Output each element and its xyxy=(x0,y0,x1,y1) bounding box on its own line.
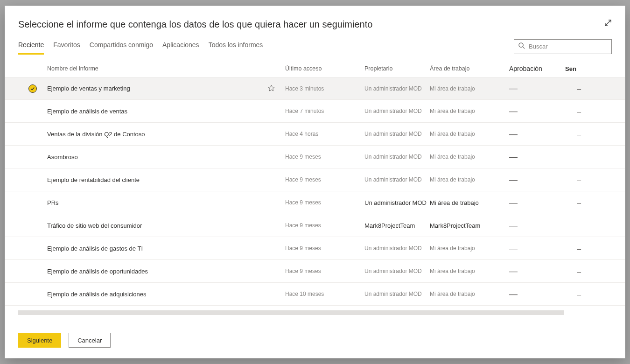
owner-cell: Un administrador MOD xyxy=(364,176,430,183)
search-input[interactable] xyxy=(529,43,608,50)
search-icon xyxy=(518,42,525,51)
checkmark-icon xyxy=(28,84,37,93)
report-name: Ejemplo de análisis de ventas xyxy=(47,108,127,115)
dialog-header: Seleccione el informe que contenga los d… xyxy=(5,6,625,30)
table-row[interactable]: Ejemplo de análisis de oportunidadesHace… xyxy=(5,260,625,283)
last-access-cell: Hace 9 meses xyxy=(285,199,364,206)
owner-cell: Un administrador MOD xyxy=(364,245,430,252)
approval-cell: — xyxy=(509,221,565,231)
workspace-cell: Mi área de trabajo xyxy=(430,291,509,297)
last-access-cell: Hace 9 meses xyxy=(285,245,364,252)
tab-favoritos[interactable]: Favoritos xyxy=(53,38,80,55)
workspace-cell: Mark8ProjectTeam xyxy=(430,222,509,229)
dialog-title: Seleccione el informe que contenga los d… xyxy=(18,19,612,30)
report-name-cell: Ejemplo de rentabilidad del cliente xyxy=(47,176,285,183)
workspace-cell: Mi área de trabajo xyxy=(430,199,509,206)
report-name-cell: Ejemplo de ventas y marketing xyxy=(47,84,285,93)
sensitivity-cell: – xyxy=(565,290,593,298)
workspace-cell: Mi área de trabajo xyxy=(430,268,509,274)
sensitivity-cell: – xyxy=(565,199,593,207)
tab-aplicaciones[interactable]: Aplicaciones xyxy=(162,38,199,55)
owner-cell: Un administrador MOD xyxy=(364,154,430,160)
horizontal-scrollbar[interactable] xyxy=(18,309,612,316)
owner-cell: Un administrador MOD xyxy=(364,108,430,114)
table-header: Nombre del informe Último acceso Propiet… xyxy=(5,60,625,77)
owner-cell: Un administrador MOD xyxy=(364,131,430,137)
table-row[interactable]: PRsHace 9 mesesUn administrador MODMi ár… xyxy=(5,191,625,214)
last-access-cell: Hace 7 minutos xyxy=(285,108,364,114)
table-row[interactable]: Ventas de la división Q2 de ContosoHace … xyxy=(5,123,625,146)
favorite-star-icon[interactable] xyxy=(268,84,275,93)
last-access-cell: Hace 10 meses xyxy=(285,291,364,297)
maximize-icon[interactable] xyxy=(602,17,614,28)
last-access-cell: Hace 4 horas xyxy=(285,131,364,137)
sensitivity-cell: – xyxy=(565,107,593,115)
last-access-cell: Hace 9 meses xyxy=(285,222,364,229)
tabs: RecienteFavoritosCompartidos conmigoApli… xyxy=(18,38,263,55)
search-box[interactable] xyxy=(514,39,612,54)
table-row[interactable]: Ejemplo de ventas y marketingHace 3 minu… xyxy=(5,77,625,100)
owner-cell: Mark8ProjectTeam xyxy=(364,222,430,229)
table-row[interactable]: Ejemplo de rentabilidad del clienteHace … xyxy=(5,168,625,191)
approval-cell: — xyxy=(509,152,565,162)
approval-cell: — xyxy=(509,198,565,208)
owner-cell: Un administrador MOD xyxy=(364,268,430,274)
table-row[interactable]: Ejemplo de análisis de ventasHace 7 minu… xyxy=(5,100,625,123)
next-button[interactable]: Siguiente xyxy=(18,333,61,348)
table-body: Ejemplo de ventas y marketingHace 3 minu… xyxy=(5,77,625,309)
approval-cell: — xyxy=(509,106,565,116)
report-name-cell: Tráfico de sitio web del consumidor xyxy=(47,222,285,229)
report-name: Ejemplo de análisis de oportunidades xyxy=(47,268,148,275)
last-access-cell: Hace 9 meses xyxy=(285,154,364,160)
report-name: Ejemplo de análisis de adquisiciones xyxy=(47,291,146,298)
col-owner[interactable]: Propietario xyxy=(364,65,430,72)
col-name[interactable]: Nombre del informe xyxy=(47,65,285,72)
dialog-footer: Siguiente Cancelar xyxy=(5,324,625,358)
owner-cell: Un administrador MOD xyxy=(364,85,430,92)
row-select-cell[interactable] xyxy=(18,84,47,93)
last-access-cell: Hace 3 minutos xyxy=(285,85,364,92)
tab-compartidos-conmigo[interactable]: Compartidos conmigo xyxy=(90,38,153,55)
report-name-cell: Ejemplo de análisis de adquisiciones xyxy=(47,291,285,298)
report-name: Ventas de la división Q2 de Contoso xyxy=(47,131,145,138)
tab-reciente[interactable]: Reciente xyxy=(18,38,44,55)
report-name: Ejemplo de análisis de gastos de TI xyxy=(47,245,143,252)
approval-cell: — xyxy=(509,84,565,93)
report-name-cell: PRs xyxy=(47,199,285,206)
approval-cell: — xyxy=(509,129,565,139)
tab-todos-los-informes[interactable]: Todos los informes xyxy=(209,38,263,55)
report-name-cell: Ejemplo de análisis de oportunidades xyxy=(47,268,285,275)
col-workspace[interactable]: Área de trabajo xyxy=(430,65,509,72)
workspace-cell: Mi área de trabajo xyxy=(430,131,509,137)
table-row[interactable]: AsombrosoHace 9 mesesUn administrador MO… xyxy=(5,146,625,168)
workspace-cell: Mi área de trabajo xyxy=(430,245,509,252)
report-picker-dialog: Seleccione el informe que contenga los d… xyxy=(5,6,625,358)
sensitivity-cell: – xyxy=(565,130,593,138)
col-sensitivity[interactable]: Sen xyxy=(565,65,593,72)
owner-cell: Un administrador MOD xyxy=(364,199,430,206)
table-row[interactable]: Tráfico de sitio web del consumidorHace … xyxy=(5,214,625,237)
table-row[interactable]: Ejemplo de análisis de adquisicionesHace… xyxy=(5,283,625,306)
cancel-button[interactable]: Cancelar xyxy=(69,333,111,348)
col-last-access[interactable]: Último acceso xyxy=(285,65,364,72)
table-row[interactable]: Ejemplo de análisis de gastos de TIHace … xyxy=(5,237,625,260)
report-table: Nombre del informe Último acceso Propiet… xyxy=(5,60,625,324)
report-name-cell: Ventas de la división Q2 de Contoso xyxy=(47,131,285,138)
report-name: PRs xyxy=(47,199,59,206)
report-name: Ejemplo de rentabilidad del cliente xyxy=(47,176,140,183)
sensitivity-cell: – xyxy=(565,176,593,184)
last-access-cell: Hace 9 meses xyxy=(285,268,364,274)
approval-cell: — xyxy=(509,289,565,299)
workspace-cell: Mi área de trabajo xyxy=(430,85,509,92)
report-name: Asombroso xyxy=(47,154,78,161)
sensitivity-cell: – xyxy=(565,267,593,275)
report-name: Tráfico de sitio web del consumidor xyxy=(47,222,142,229)
workspace-cell: Mi área de trabajo xyxy=(430,108,509,114)
workspace-cell: Mi área de trabajo xyxy=(430,154,509,160)
sensitivity-cell: – xyxy=(565,245,593,252)
report-name-cell: Asombroso xyxy=(47,154,285,161)
col-approval[interactable]: Aprobación xyxy=(509,65,565,72)
report-name-cell: Ejemplo de análisis de gastos de TI xyxy=(47,245,285,252)
sensitivity-cell: – xyxy=(565,84,593,92)
svg-marker-2 xyxy=(268,85,274,91)
